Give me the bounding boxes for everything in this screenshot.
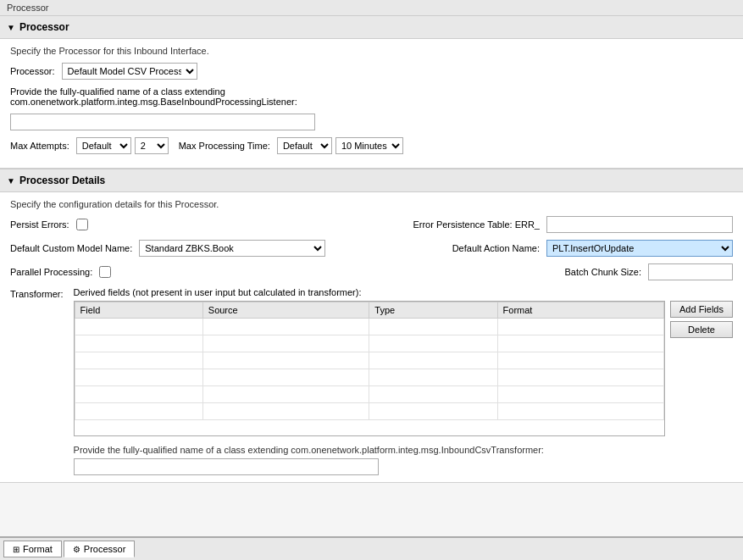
table-row	[75, 369, 663, 386]
table-row	[75, 386, 663, 403]
max-attempts-dropdown[interactable]: Default123	[76, 137, 131, 154]
table-row	[75, 352, 663, 369]
max-processing-time-label: Max Processing Time:	[179, 141, 270, 151]
add-fields-button[interactable]: Add Fields	[670, 301, 733, 318]
processor-details-title: Processor Details	[19, 175, 105, 186]
transformer-content: Derived fields (not present in user inpu…	[74, 287, 733, 475]
default-custom-model-label: Default Custom Model Name:	[10, 243, 132, 253]
tab-format-label: Format	[23, 544, 53, 554]
default-action-label: Default Action Name:	[452, 243, 540, 253]
processor-label: Processor:	[10, 66, 55, 76]
class-label-row: Provide the fully-qualified name of a cl…	[10, 86, 733, 107]
transformer-class-description: Provide the fully-qualified name of a cl…	[74, 445, 733, 455]
col-field: Field	[75, 302, 202, 319]
persist-errors-checkbox[interactable]	[76, 219, 88, 230]
processor-dropdown[interactable]: Default Model CSV Processor Custom Proce…	[62, 63, 197, 80]
derived-table-container: Field Source Type Format	[74, 301, 733, 436]
processor-description: Specify the Processor for this Inbound I…	[10, 46, 733, 56]
table-icon: ⊞	[13, 545, 19, 554]
error-persistence-input[interactable]	[546, 216, 733, 233]
class-input[interactable]	[10, 114, 315, 130]
table-row	[75, 403, 663, 420]
collapse-arrow-icon: ▼	[7, 23, 15, 32]
col-type: Type	[369, 302, 497, 319]
tab-processor-label: Processor	[84, 544, 126, 554]
table-buttons: Add Fields Delete	[670, 301, 733, 338]
table-row	[75, 319, 663, 335]
main-content: ▼ Processor Specify the Processor for th…	[0, 16, 743, 536]
max-attempts-num-dropdown[interactable]: 213	[135, 137, 169, 154]
batch-chunk-size-label: Batch Chunk Size:	[565, 267, 642, 277]
processor-section-header[interactable]: ▼ Processor	[0, 16, 743, 39]
bottom-tabs: ⊞ Format ⚙ Processor	[0, 536, 743, 560]
max-processing-time-unit-dropdown[interactable]: 10 Minutes5 Minutes30 Minutes	[335, 137, 403, 154]
max-processing-time-dropdown[interactable]: Default5 Minutes30 Minutes	[277, 137, 332, 154]
gear-icon: ⚙	[73, 545, 80, 554]
tab-format[interactable]: ⊞ Format	[3, 541, 62, 557]
col-source: Source	[202, 302, 369, 319]
parallel-processing-label: Parallel Processing:	[10, 267, 92, 277]
processor-details-section: ▼ Processor Details Specify the configur…	[0, 169, 743, 483]
parallel-processing-checkbox[interactable]	[99, 266, 111, 278]
processor-details-header[interactable]: ▼ Processor Details	[0, 169, 743, 192]
col-format: Format	[497, 302, 663, 319]
transformer-section: Transformer: Derived fields (not present…	[10, 287, 733, 475]
collapse-arrow2-icon: ▼	[7, 176, 15, 186]
class-input-row	[10, 114, 733, 130]
custom-model-row: Default Custom Model Name: Standard ZBKS…	[10, 240, 733, 257]
window-title: Processor	[0, 0, 743, 16]
table-row	[75, 335, 663, 352]
derived-fields-table: Field Source Type Format	[74, 301, 665, 436]
processor-details-body: Specify the configuration details for th…	[0, 192, 743, 482]
processor-select-row: Processor: Default Model CSV Processor C…	[10, 63, 733, 80]
batch-chunk-size-input[interactable]	[648, 263, 733, 280]
persist-errors-row: Persist Errors: Error Persistence Table:…	[10, 216, 733, 233]
parallel-processing-row: Parallel Processing: Batch Chunk Size:	[10, 263, 733, 280]
derived-fields-label: Derived fields (not present in user inpu…	[74, 287, 733, 297]
transformer-class-input[interactable]	[74, 458, 379, 475]
persist-errors-label: Persist Errors:	[10, 219, 69, 230]
default-custom-model-dropdown[interactable]: Standard ZBKS.Book Option2	[139, 240, 325, 257]
max-attempts-label: Max Attempts:	[10, 141, 69, 151]
processor-details-description: Specify the configuration details for th…	[10, 199, 733, 209]
class-description-label: Provide the fully-qualified name of a cl…	[10, 86, 476, 107]
processor-section-body: Specify the Processor for this Inbound I…	[0, 39, 743, 168]
error-persistence-label: Error Persistence Table: ERR_	[413, 219, 540, 230]
default-action-dropdown[interactable]: PLT.InsertOrUpdate PLT.Insert PLT.Update…	[546, 240, 733, 257]
processor-section-title: Processor	[19, 21, 69, 33]
transformer-label: Transformer:	[10, 287, 64, 299]
tab-processor[interactable]: ⚙ Processor	[64, 541, 136, 557]
processor-section: ▼ Processor Specify the Processor for th…	[0, 16, 743, 169]
delete-button[interactable]: Delete	[670, 321, 733, 338]
max-attempts-row: Max Attempts: Default123 213 Max Process…	[10, 137, 733, 154]
